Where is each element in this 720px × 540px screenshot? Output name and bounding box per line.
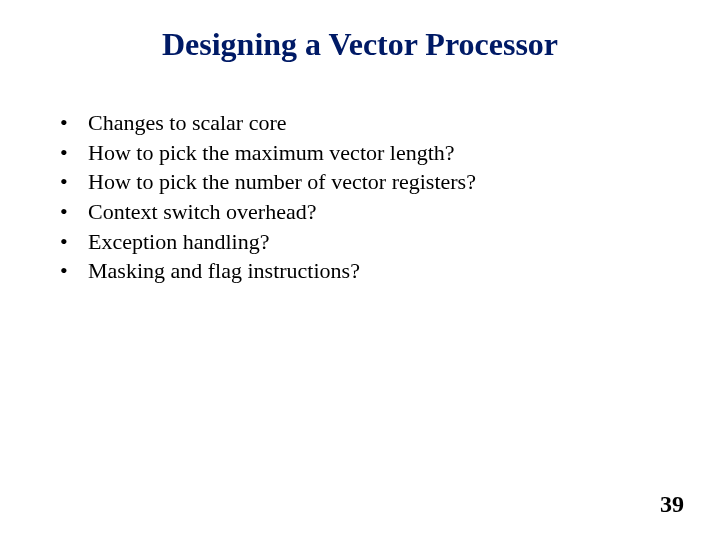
bullet-text: Masking and flag instructions?	[88, 256, 360, 286]
bullet-icon: •	[60, 167, 88, 197]
list-item: • Exception handling?	[60, 227, 660, 257]
bullet-icon: •	[60, 227, 88, 257]
list-item: • Changes to scalar core	[60, 108, 660, 138]
bullet-text: Exception handling?	[88, 227, 269, 257]
list-item: • Context switch overhead?	[60, 197, 660, 227]
bullet-text: How to pick the number of vector registe…	[88, 167, 476, 197]
page-number: 39	[660, 491, 684, 518]
list-item: • How to pick the number of vector regis…	[60, 167, 660, 197]
bullet-text: How to pick the maximum vector length?	[88, 138, 455, 168]
bullet-text: Context switch overhead?	[88, 197, 317, 227]
list-item: • Masking and flag instructions?	[60, 256, 660, 286]
slide-title: Designing a Vector Processor	[0, 26, 720, 63]
bullet-text: Changes to scalar core	[88, 108, 287, 138]
list-item: • How to pick the maximum vector length?	[60, 138, 660, 168]
bullet-icon: •	[60, 197, 88, 227]
bullet-icon: •	[60, 138, 88, 168]
slide: Designing a Vector Processor • Changes t…	[0, 0, 720, 540]
bullet-icon: •	[60, 108, 88, 138]
bullet-icon: •	[60, 256, 88, 286]
bullet-list: • Changes to scalar core • How to pick t…	[60, 108, 660, 286]
